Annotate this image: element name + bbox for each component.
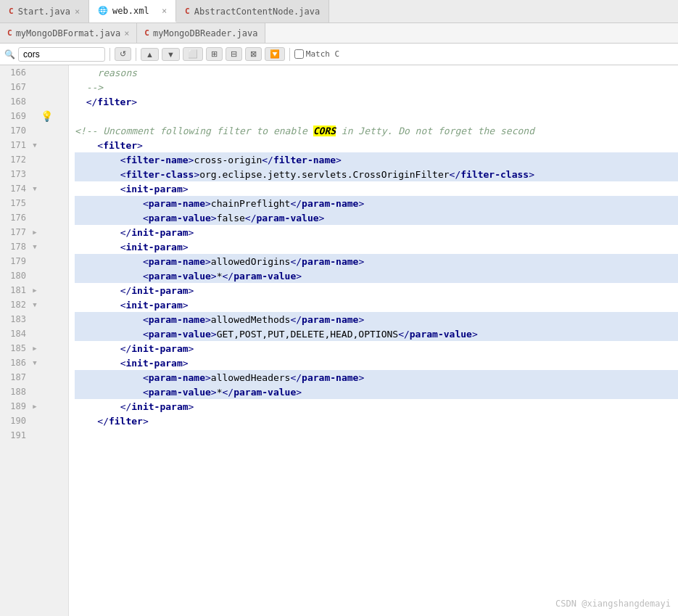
fold-icon[interactable]: [30, 170, 39, 178]
search-input[interactable]: [18, 47, 105, 62]
fold-icon-right[interactable]: [30, 286, 39, 295]
match-case-text: Match C: [306, 49, 339, 59]
fold-icon-down[interactable]: [30, 300, 39, 309]
reset-button[interactable]: ↺: [115, 47, 131, 61]
fold-icon-down[interactable]: [30, 141, 39, 149]
tab-start-java[interactable]: C Start.java ×: [0, 0, 89, 22]
search-icon: 🔍: [4, 49, 15, 59]
match-case-checkbox[interactable]: [294, 49, 304, 59]
code-text: <param-value>false</param-value>: [75, 213, 324, 223]
fold-icon-down[interactable]: [30, 242, 39, 251]
gutter-row-176: 176: [0, 210, 68, 225]
prev-button[interactable]: ▲: [141, 48, 159, 61]
code-text: <filter>: [75, 140, 143, 151]
fold-icon[interactable]: [30, 315, 39, 324]
fold-icon[interactable]: [30, 416, 39, 425]
match-case-label: Match C: [294, 49, 339, 59]
line-number: 191: [0, 430, 30, 440]
code-line-179: <param-name>allowedOrigins</param-name>: [75, 254, 678, 268]
gutter-row-175: 175: [0, 196, 68, 210]
line-number: 170: [0, 126, 30, 136]
code-text: <init-param>: [75, 242, 189, 252]
fold-icon[interactable]: [30, 431, 39, 440]
gutter-row-173: 173: [0, 167, 68, 181]
separator: [136, 48, 136, 61]
tab-label: Start.java: [18, 7, 70, 17]
code-line-188: <param-value>*</param-value>: [75, 385, 678, 399]
fold-icon[interactable]: [30, 329, 39, 338]
tab-close-button[interactable]: ×: [162, 6, 167, 16]
fold-icon-down[interactable]: [30, 184, 39, 193]
code-line-172: <filter-name>cross-origin</filter-name>: [75, 152, 678, 167]
filter-button[interactable]: 🔽: [265, 47, 285, 61]
code-line-170: <!-- Uncomment following filter to enabl…: [75, 123, 678, 138]
fold-icon[interactable]: [30, 387, 39, 396]
fold-icon-down[interactable]: [30, 358, 39, 367]
fold-icon-right[interactable]: [30, 228, 39, 237]
line-number: 178: [0, 242, 30, 252]
code-line-187: <param-name>allowedHeaders</param-name>: [75, 370, 678, 385]
fold-icon[interactable]: [30, 97, 39, 106]
fold-icon-right[interactable]: [30, 402, 39, 411]
line-number: 181: [0, 285, 30, 295]
tab-mongo-format[interactable]: C myMongoDBFormat.java ×: [0, 23, 137, 43]
code-text: <filter-class>org.eclipse.jetty.servlets…: [75, 169, 534, 180]
xml-icon: 🌐: [98, 6, 108, 15]
watermark: CSDN @xiangshangdemayi: [555, 599, 671, 609]
code-line-167: -->: [75, 80, 678, 94]
code-line-180: <param-value>*</param-value>: [75, 268, 678, 283]
code-line-189: </init-param>: [75, 399, 678, 414]
line-number: 190: [0, 416, 30, 426]
fold-icon-right[interactable]: [30, 344, 39, 353]
keep-button[interactable]: ⬜: [183, 47, 203, 61]
fold-icon[interactable]: [30, 257, 39, 266]
fold-icon[interactable]: [30, 199, 39, 208]
gutter-row-190: 190: [0, 414, 68, 428]
gutter-row-172: 172: [0, 152, 68, 167]
gutter-row-183: 183: [0, 312, 68, 327]
code-line-173: <filter-class>org.eclipse.jetty.servlets…: [75, 167, 678, 181]
format2-button[interactable]: ⊟: [226, 47, 242, 61]
tab-close-button[interactable]: ×: [124, 28, 129, 38]
lightbulb-icon[interactable]: 💡: [41, 110, 53, 122]
gutter-row-182: 182: [0, 297, 68, 312]
code-text: </init-param>: [75, 227, 194, 238]
tab-label: myMongoDBReader.java: [153, 28, 258, 38]
code-line-174: <init-param>: [75, 181, 678, 196]
line-number: 169: [0, 111, 30, 121]
code-text: </filter>: [75, 416, 149, 427]
tab-mongo-reader[interactable]: C myMongoDBReader.java: [137, 23, 265, 43]
line-number: 183: [0, 314, 30, 324]
fold-icon[interactable]: [30, 83, 39, 91]
code-text: <init-param>: [75, 184, 189, 194]
fold-icon[interactable]: [30, 271, 39, 280]
fold-icon[interactable]: [30, 112, 39, 120]
tab-web-xml[interactable]: 🌐 web.xml ×: [89, 0, 176, 22]
fold-icon[interactable]: [30, 68, 39, 77]
tab-abstract-content-node[interactable]: C AbstractContentNode.java: [176, 0, 329, 22]
line-number: 180: [0, 271, 30, 281]
line-number: 189: [0, 401, 30, 411]
code-line-166: reasons: [75, 65, 678, 80]
code-text: <param-name>allowedOrigins</param-name>: [75, 256, 364, 267]
fold-icon[interactable]: [30, 213, 39, 222]
gutter-row-178: 178: [0, 239, 68, 254]
code-line-177: </init-param>: [75, 225, 678, 239]
code-line-169: [75, 109, 678, 123]
line-number: 182: [0, 300, 30, 310]
code-line-190: </filter>: [75, 414, 678, 428]
format-button[interactable]: ⊞: [206, 47, 223, 61]
gutter-row-180: 180: [0, 268, 68, 283]
gutter-row-187: 187: [0, 370, 68, 385]
fold-icon[interactable]: [30, 373, 39, 382]
line-number: 176: [0, 213, 30, 223]
gutter-row-166: 166: [0, 65, 68, 80]
tab-label: AbstractContentNode.java: [194, 7, 320, 17]
separator: [289, 48, 290, 61]
search-bar: 🔍 ↺ ▲ ▼ ⬜ ⊞ ⊟ ⊠ 🔽 Match C: [0, 44, 678, 65]
tab-close-button[interactable]: ×: [75, 7, 80, 17]
next-button[interactable]: ▼: [162, 48, 180, 61]
format3-button[interactable]: ⊠: [245, 47, 262, 61]
fold-icon[interactable]: [30, 126, 39, 135]
fold-icon[interactable]: [30, 155, 39, 164]
